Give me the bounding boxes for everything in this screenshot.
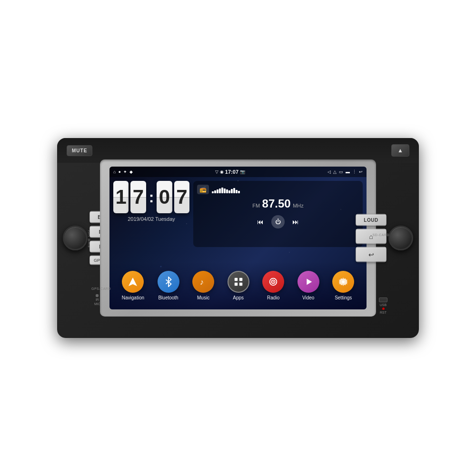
bar-10 — [233, 188, 235, 193]
app-settings[interactable]: Settings — [332, 271, 354, 300]
mute-button[interactable]: MUTE — [67, 145, 92, 156]
status-bar: ⌂ ● ✦ ◆ ▽ ◉ 17:07 📷 ◁ △ ▭ — [109, 167, 367, 177]
ir-mic-area: IR MIC — [94, 294, 100, 306]
rst-dot[interactable] — [382, 307, 385, 310]
bar-icon: ▬ — [346, 169, 350, 174]
screen-bezel: ⌂ ● ✦ ◆ ▽ ◉ 17:07 📷 ◁ △ ▭ — [100, 159, 376, 317]
app-apps[interactable]: Apps — [228, 271, 249, 300]
screen-inner: ⌂ ● ✦ ◆ ▽ ◉ 17:07 📷 ◁ △ ▭ — [109, 167, 367, 309]
menu-dots-icon[interactable]: ⋮ — [352, 169, 357, 174]
top-content: 1 7 : 0 7 2019/04/02 Tuesday 📻 — [109, 177, 367, 251]
usb-label: USB — [380, 303, 387, 307]
right-knob[interactable] — [388, 226, 413, 250]
flip-hour2: 7 — [130, 181, 146, 213]
flip-min1: 0 — [157, 181, 172, 213]
apps-label: Apps — [233, 295, 244, 300]
radio-widget[interactable]: 📻 — [193, 181, 363, 247]
clock-separator: : — [149, 188, 154, 206]
freq-value: 87.50 — [262, 197, 291, 210]
status-time: 17:07 — [225, 169, 238, 175]
gps-card-label: GPS-CARD — [91, 287, 111, 290]
app-video[interactable]: Video — [298, 271, 319, 300]
back-arrow-icon[interactable]: ↩ — [359, 169, 363, 174]
flip-hour1: 1 — [113, 181, 129, 213]
video-label: Video — [302, 295, 314, 300]
settings-svg-icon — [338, 277, 348, 287]
bluetooth-label: Bluetooth — [158, 295, 178, 300]
flip-clock: 1 7 : 0 7 — [113, 181, 189, 213]
rst-label: RST — [380, 311, 387, 314]
left-knob[interactable] — [63, 226, 88, 250]
back-right-button[interactable]: ↩ — [356, 247, 387, 262]
fm-label: FM — [252, 203, 260, 208]
bluetooth-svg-icon — [163, 277, 174, 287]
app-radio[interactable]: Radio — [262, 271, 284, 300]
ir-label: IR — [96, 298, 99, 301]
clock-widget: 1 7 : 0 7 2019/04/02 Tuesday — [113, 181, 189, 243]
date-display: 2019/04/02 Tuesday — [113, 216, 189, 222]
radio-controls: ⏮ ⏻ ⏭ — [197, 215, 359, 228]
navigation-svg-icon — [127, 276, 139, 288]
navigation-label: Navigation — [122, 295, 144, 300]
app-bluetooth[interactable]: Bluetooth — [158, 271, 179, 300]
usb-rst-area: USB RST — [379, 298, 387, 314]
home-icon[interactable]: ⌂ — [113, 169, 116, 174]
radio-header: 📻 — [197, 185, 359, 194]
usb-port[interactable] — [379, 298, 387, 302]
settings-label: Settings — [335, 295, 352, 300]
svg-text:♪: ♪ — [200, 278, 204, 286]
bar-5 — [221, 188, 223, 193]
mic-label: MIC — [94, 302, 100, 306]
svg-rect-4 — [234, 283, 237, 286]
app-navigation[interactable]: Navigation — [122, 271, 144, 300]
mhz-label: MHz — [293, 203, 304, 208]
ir-dot — [96, 294, 99, 297]
power-button[interactable]: ⏻ — [271, 215, 285, 228]
apps-svg-icon — [233, 277, 244, 287]
settings-status-icon: ◆ — [129, 169, 133, 174]
bar-12 — [238, 191, 240, 193]
eject-button[interactable]: ▲ — [391, 144, 409, 157]
apps-row: Navigation Bluetooth ♪ — [109, 262, 367, 309]
bar-7 — [226, 189, 228, 193]
video-icon-circle — [298, 271, 319, 293]
music-svg-icon: ♪ — [198, 277, 208, 287]
right-buttons-group: LOUD ⌂ ↩ — [356, 214, 387, 262]
bar-2 — [214, 190, 216, 193]
car-head-unit: MUTE ▲ PWR VOL BAND DISC NAVI GPS-CARD I… — [57, 138, 419, 338]
prev-track-button[interactable]: ⏮ — [256, 217, 265, 227]
next-track-button[interactable]: ⏭ — [291, 217, 300, 227]
radio-icon-circle — [262, 271, 284, 293]
svg-point-8 — [273, 281, 274, 283]
camera-status-icon: 📷 — [240, 169, 245, 174]
loud-button[interactable]: LOUD — [356, 214, 387, 226]
svg-marker-9 — [307, 279, 312, 285]
app-music[interactable]: ♪ Music — [192, 271, 214, 300]
navigation-icon-circle — [122, 271, 144, 293]
bar-4 — [219, 188, 221, 193]
triangle-icon: △ — [333, 169, 337, 174]
bar-1 — [212, 191, 214, 193]
bt-status-icon: ✦ — [123, 169, 127, 174]
sd-card-label: SD-CARD — [373, 233, 389, 237]
volume-status-icon[interactable]: ◁ — [327, 169, 331, 174]
bar-9 — [231, 189, 233, 193]
apps-icon-circle — [228, 271, 249, 293]
freq-display: FM 87.50 MHz — [197, 197, 359, 210]
bar-8 — [228, 190, 230, 193]
flip-min2: 7 — [174, 181, 189, 213]
svg-rect-3 — [239, 278, 242, 281]
music-icon-circle: ♪ — [192, 271, 214, 293]
main-screen: ⌂ ● ✦ ◆ ▽ ◉ 17:07 📷 ◁ △ ▭ — [109, 167, 367, 309]
radio-icon-box: 📻 — [197, 185, 209, 194]
radio-label: Radio — [267, 295, 279, 300]
svg-marker-0 — [129, 278, 137, 286]
status-left: ⌂ ● ✦ ◆ — [113, 169, 133, 174]
bar-6 — [224, 188, 226, 193]
status-right: ◁ △ ▭ ▬ ⋮ ↩ — [327, 169, 363, 174]
wifi2-icon: ◉ — [220, 169, 224, 174]
wifi-icon: ● — [118, 169, 120, 174]
music-label: Music — [197, 295, 209, 300]
signal-bars — [212, 186, 359, 193]
radio-svg-icon — [268, 277, 278, 287]
